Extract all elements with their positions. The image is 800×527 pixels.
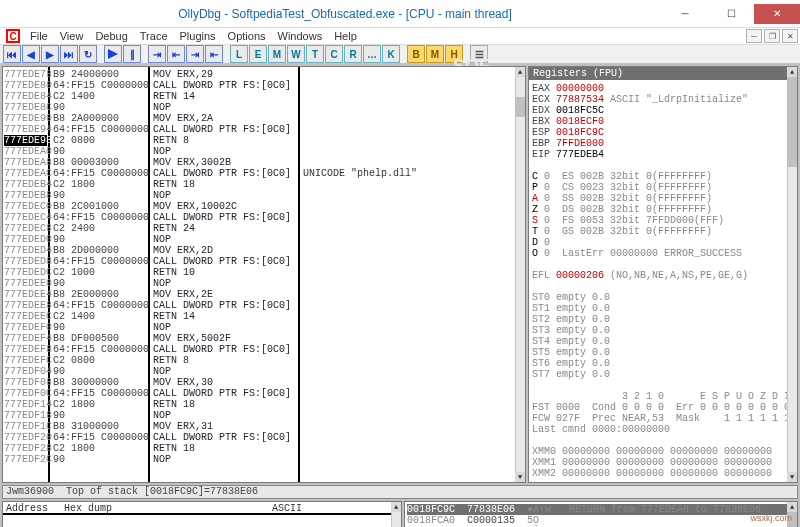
regs-scrollbar[interactable]: ▲ ▼ [787,67,797,482]
site-watermark: wsxkj.com [750,513,792,523]
tb-refs-button[interactable]: R [344,45,362,63]
registers-pane[interactable]: Registers (FPU) EAX 00000000ECX 77887534… [528,66,798,483]
menu-options[interactable]: Options [222,28,272,44]
disassembly-pane[interactable]: 777EDE78777EDE80777EDE84777EDE8C777EDE90… [2,66,526,483]
scroll-up-icon[interactable]: ▲ [515,67,525,77]
scroll-up-icon[interactable]: ▲ [787,502,797,512]
tb-traceover-icon[interactable]: ⇤ [205,45,223,63]
app-icon [0,0,28,28]
tb-stepinto-icon[interactable]: ⇥ [148,45,166,63]
tb-more-button[interactable]: … [363,45,381,63]
info-strip: Jwm36900 Top of stack [0018FC9C]=77838E0… [2,485,798,499]
dump-col-address: Address [6,503,56,512]
tb-cpu-button[interactable]: C [325,45,343,63]
info-line2: Top of stack [0018FC9C]=77838E06 [66,486,258,498]
maximize-button[interactable]: ☐ [708,4,754,24]
menu-debug[interactable]: Debug [89,28,133,44]
tb-run-icon[interactable] [104,45,122,63]
tb-stepback-icon[interactable]: ◀ [22,45,40,63]
menu-view[interactable]: View [54,28,90,44]
disasm-scrollbar[interactable]: ▲ ▼ [515,67,525,482]
dump-scrollbar[interactable]: ▲ ▼ [391,502,401,527]
menu-trace[interactable]: Trace [134,28,174,44]
tb-windows-button[interactable]: W [287,45,305,63]
tb-exec-button[interactable]: E [249,45,267,63]
tb-threads-button[interactable]: T [306,45,324,63]
tb-rewind-icon[interactable]: ⏮ [3,45,21,63]
dump-col-hex: Hex dump [64,503,264,512]
tb-callstack-button[interactable]: K [382,45,400,63]
scroll-thumb[interactable] [787,77,797,167]
tb-options-icon[interactable]: ☰ [470,45,488,63]
window-title: OllyDbg - SoftpediaTest_Obfuscated.exe -… [28,7,662,21]
scroll-up-icon[interactable]: ▲ [787,67,797,77]
mdi-controls: ─ ❐ ✕ [746,29,798,43]
toolbar: ⏮ ◀ ▶ ⏭ ↻ ‖ ⇥ ⇤ ⇥ ⇤ L E M W T C R … K B … [0,45,800,64]
dump-pane[interactable]: Address Hex dump ASCII ▲ ▼ [2,501,402,527]
tb-restart-icon[interactable]: ↻ [79,45,97,63]
tb-handles-button[interactable]: H [445,45,463,63]
menu-help[interactable]: Help [328,28,363,44]
menubar: C File View Debug Trace Plugins Options … [0,28,800,45]
tb-breakpoints-button[interactable]: B [407,45,425,63]
mdi-close[interactable]: ✕ [782,29,798,43]
menu-plugins[interactable]: Plugins [174,28,222,44]
dump-col-ascii: ASCII [272,503,302,512]
info-line1: Jwm36900 [6,486,54,498]
mdi-minimize[interactable]: ─ [746,29,762,43]
scroll-up-icon[interactable]: ▲ [391,502,401,512]
scroll-down-icon[interactable]: ▼ [515,472,525,482]
tb-pause-icon[interactable]: ‖ [123,45,141,63]
minimize-button[interactable]: ─ [662,4,708,24]
registers-header: Registers (FPU) [529,67,797,80]
tb-memory-button[interactable]: M [268,45,286,63]
mdi-restore[interactable]: ❐ [764,29,780,43]
tb-tracein-icon[interactable]: ⇥ [186,45,204,63]
disasm-comment: UNICODE "phelp.dll" [303,168,522,179]
tb-modules-button[interactable]: M [426,45,444,63]
scroll-thumb[interactable] [515,97,525,117]
tb-log-button[interactable]: L [230,45,248,63]
client-area: SOF 777EDE78777EDE80777EDE84777EDE8C777E… [0,64,800,527]
cpu-window-icon[interactable]: C [6,29,20,43]
window-controls: ─ ☐ ✕ [662,4,800,24]
stack-pane[interactable]: 0018FC9C 77838E06 ●A‹w RETURN from 777ED… [404,501,798,527]
tb-play-icon[interactable]: ▶ [41,45,59,63]
menu-file[interactable]: File [24,28,54,44]
menu-windows[interactable]: Windows [272,28,329,44]
close-button[interactable]: ✕ [754,4,800,24]
scroll-down-icon[interactable]: ▼ [787,472,797,482]
titlebar: OllyDbg - SoftpediaTest_Obfuscated.exe -… [0,0,800,28]
tb-stepover-icon[interactable]: ⇤ [167,45,185,63]
dump-header: Address Hex dump ASCII [3,502,401,515]
svg-marker-0 [108,49,118,59]
tb-fastfwd-icon[interactable]: ⏭ [60,45,78,63]
